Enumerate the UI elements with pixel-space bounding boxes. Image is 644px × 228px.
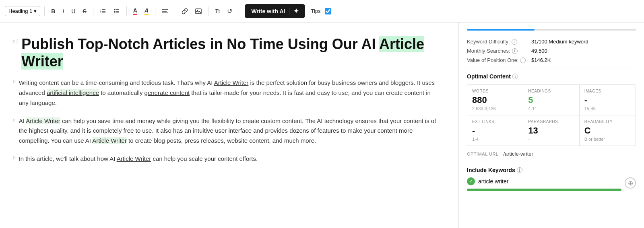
- strikethrough-button[interactable]: S: [80, 6, 89, 16]
- paragraphs-value: 13: [528, 125, 574, 136]
- words-range: 2,533-3,426: [472, 106, 518, 111]
- title-text-1: Publish Top-Notch Articles in No Time Us…: [21, 36, 379, 52]
- p3-tag: p: [13, 155, 16, 160]
- article-title[interactable]: Publish Top-Notch Articles in No Time Us…: [21, 35, 439, 70]
- ext-links-label: EXT LINKS: [472, 119, 518, 124]
- optimal-url-label: OPTIMAL URL: [467, 152, 498, 156]
- ext-links-range: 1-4: [472, 137, 518, 142]
- optimal-url-value: /article-writer: [503, 151, 533, 157]
- paragraphs-metric: PARAGRAPHS 13 -: [523, 115, 579, 146]
- words-metric: WORDS 880 2,533-3,426: [467, 85, 523, 115]
- keyword-difficulty-value: 31/100 Medium keyword: [531, 39, 588, 45]
- font-color-button[interactable]: A: [131, 6, 140, 16]
- monthly-searches-row: Monthly Searches: i 49,500: [467, 48, 636, 54]
- headings-value: 5: [528, 95, 574, 105]
- bold-button[interactable]: B: [49, 6, 58, 16]
- images-metric: IMAGES - 15-45: [580, 85, 636, 115]
- toolbar-divider-2: [93, 6, 93, 16]
- sidebar-divider-2: [467, 162, 636, 162]
- optimal-url-row: OPTIMAL URL /article-writer: [467, 151, 636, 157]
- link-button[interactable]: [179, 6, 190, 16]
- metrics-grid: WORDS 880 2,533-3,426 HEADINGS 5 4-11 IM…: [467, 84, 636, 146]
- toolbar-divider-1: [44, 6, 45, 16]
- headings-metric: HEADINGS 5 4-11: [523, 85, 579, 115]
- optimal-content-info-icon[interactable]: i: [512, 74, 518, 79]
- title-block: h1 Publish Top-Notch Articles in No Time…: [13, 35, 439, 70]
- keyword-difficulty-info-icon[interactable]: i: [512, 39, 517, 45]
- editor-area[interactable]: h1 Publish Top-Notch Articles in No Time…: [0, 23, 459, 228]
- tips-checkbox[interactable]: [325, 8, 331, 14]
- keyword1-text: article writer: [478, 178, 508, 185]
- keyword-item-wrapper: ✓ article writer ⊕: [467, 177, 636, 191]
- undo-button[interactable]: ↺: [225, 6, 235, 16]
- write-with-ai-button[interactable]: Write with AI ✦: [245, 4, 305, 18]
- heading-label: Heading 1: [8, 8, 32, 14]
- words-value: 880: [472, 95, 518, 105]
- font-highlight-button[interactable]: A: [142, 6, 151, 16]
- readability-range: B or better: [584, 137, 631, 142]
- images-range: 15-45: [584, 106, 631, 111]
- article-writer-link-3[interactable]: Article Writer: [117, 155, 151, 162]
- para2-block: p AI Article Writer can help you save ti…: [13, 116, 439, 146]
- optimal-content-title: Optimal Content i: [467, 73, 636, 80]
- svg-text:3.: 3.: [100, 12, 101, 14]
- monthly-searches-value: 49,500: [531, 48, 547, 54]
- h1-tag: h1: [13, 39, 18, 44]
- article-writer-highlight-3: Article Writer: [92, 137, 127, 144]
- monthly-searches-label: Monthly Searches: i: [467, 48, 531, 54]
- para3-text[interactable]: In this article, we'll talk about how AI…: [19, 154, 258, 164]
- progress-bar-container: [467, 29, 636, 31]
- para2-text[interactable]: AI Article Writer can help you save time…: [19, 116, 439, 146]
- keyword-check-icon: ✓: [467, 177, 475, 185]
- unordered-list-button[interactable]: [111, 6, 122, 16]
- sidebar-divider-1: [467, 68, 636, 68]
- toolbar-divider-6: [208, 6, 208, 16]
- include-keywords-info-icon[interactable]: i: [517, 167, 522, 173]
- article-writer-link-1[interactable]: Article Writer: [214, 79, 249, 86]
- monthly-searches-info-icon[interactable]: i: [512, 48, 518, 54]
- toolbar-divider-3: [126, 6, 127, 16]
- value-position-row: Value of Position One: i $146.2K: [467, 57, 636, 63]
- images-label: IMAGES: [584, 89, 631, 93]
- chevron-down-icon: ▾: [34, 8, 37, 14]
- value-position-label: Value of Position One: i: [467, 57, 531, 63]
- article-writer-highlight-2: Article Writer: [26, 117, 60, 124]
- images-value: -: [584, 95, 631, 105]
- value-position-info-icon[interactable]: i: [520, 58, 526, 63]
- toolbar: Heading 1 ▾ B I U S 1.2.3. A A Tx ↺ Writ…: [0, 0, 644, 23]
- image-button[interactable]: [193, 6, 204, 16]
- keyword-difficulty-row: Keyword Difficulty: i 31/100 Medium keyw…: [467, 39, 636, 45]
- svg-point-11: [114, 12, 115, 13]
- clear-format-button[interactable]: Tx: [213, 6, 222, 16]
- readability-value: C: [584, 125, 631, 136]
- generate-content-link[interactable]: generate content: [144, 89, 190, 96]
- write-ai-divider: [289, 8, 289, 15]
- keyword-difficulty-label: Keyword Difficulty: i: [467, 39, 531, 45]
- sidebar: Keyword Difficulty: i 31/100 Medium keyw…: [459, 23, 644, 228]
- toolbar-divider-7: [239, 6, 239, 16]
- p1-tag: p: [13, 79, 16, 84]
- value-position-value: $146.2K: [531, 57, 551, 63]
- artificial-intelligence-link[interactable]: artificial intelligence: [47, 89, 99, 96]
- toolbar-divider-4: [155, 6, 155, 16]
- keyword-item-1: ✓ article writer: [467, 177, 621, 185]
- main-container: h1 Publish Top-Notch Articles in No Time…: [0, 23, 644, 228]
- toolbar-divider-5: [175, 6, 175, 16]
- para3-block: p In this article, we'll talk about how …: [13, 154, 439, 164]
- italic-button[interactable]: I: [60, 6, 66, 16]
- headings-label: HEADINGS: [528, 89, 574, 93]
- ext-links-metric: EXT LINKS - 1-4: [467, 115, 523, 146]
- keyword-info-circle[interactable]: ⊕: [625, 177, 636, 189]
- include-keywords-title: Include Keywords i: [467, 167, 636, 173]
- svg-point-10: [114, 10, 115, 11]
- paragraphs-range: -: [528, 137, 574, 142]
- align-button[interactable]: [159, 6, 171, 16]
- p2-tag: p: [13, 117, 16, 123]
- headings-range: 4-11: [528, 106, 574, 111]
- ordered-list-button[interactable]: 1.2.3.: [97, 6, 109, 16]
- underline-button[interactable]: U: [69, 6, 78, 16]
- heading-selector[interactable]: Heading 1 ▾: [5, 6, 40, 16]
- para1-text[interactable]: Writing content can be a time-consuming …: [19, 78, 439, 108]
- ext-links-value: -: [472, 125, 518, 136]
- paragraphs-label: PARAGRAPHS: [528, 119, 574, 124]
